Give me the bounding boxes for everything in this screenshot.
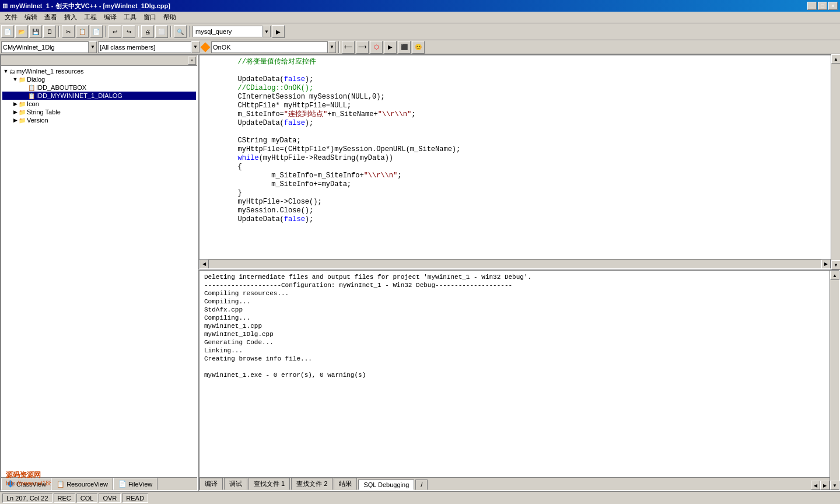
menu-help[interactable]: 帮助 bbox=[160, 12, 180, 23]
tab-debug[interactable]: 调试 bbox=[224, 478, 247, 490]
fileview-icon: 📄 bbox=[118, 480, 127, 488]
smiley-button[interactable]: 😊 bbox=[412, 41, 425, 54]
code-line-12: while(myHttpFile->ReadString(myData)) bbox=[204, 154, 826, 163]
browse-back-button[interactable]: ⟵ bbox=[342, 41, 355, 54]
menu-view[interactable]: 查看 bbox=[41, 12, 61, 23]
search-button[interactable]: 🔍 bbox=[174, 25, 187, 38]
editor-panel: //将变量值传给对应控件 UpdateData(false); //CDialo… bbox=[198, 54, 831, 270]
menu-tools[interactable]: 工具 bbox=[120, 12, 140, 23]
tree-item-icon[interactable]: ▶ 📁 Icon bbox=[2, 100, 196, 108]
status-ovr: OVR bbox=[99, 494, 121, 503]
browse-fwd-button[interactable]: ⟶ bbox=[356, 41, 369, 54]
step-button[interactable]: ⬛ bbox=[398, 41, 411, 54]
member-combo-arrow[interactable]: ▼ bbox=[191, 41, 200, 53]
preview-button[interactable]: ⬜ bbox=[155, 25, 168, 38]
print-button[interactable]: 🖨 bbox=[141, 25, 154, 38]
output-scroll-down[interactable]: ▼ bbox=[830, 481, 839, 490]
expand-root[interactable]: ▼ bbox=[2, 68, 9, 74]
menu-window[interactable]: 窗口 bbox=[140, 12, 160, 23]
tree-item-main-dialog[interactable]: 📋 IDD_MYWININET_1_DIALOG bbox=[2, 92, 196, 100]
code-line-14: m_SiteInfo=m_SiteInfo+"\\r\\n"; bbox=[204, 172, 826, 180]
open-button[interactable]: 📂 bbox=[15, 25, 28, 38]
scroll-down-button[interactable]: ▼ bbox=[831, 260, 840, 270]
mysql-query-arrow[interactable]: ▼ bbox=[262, 26, 271, 37]
menu-project[interactable]: 工程 bbox=[80, 12, 100, 23]
separator1 bbox=[58, 26, 60, 37]
expand-dialog[interactable]: ▼ bbox=[12, 76, 19, 82]
tree-item-dialog[interactable]: ▼ 📁 Dialog bbox=[2, 75, 196, 83]
mysql-query-dropdown[interactable]: mysql_query bbox=[192, 26, 262, 37]
code-line-5: CInternetSession mySession(NULL,0); bbox=[204, 93, 826, 102]
tab-resourceview[interactable]: 📋 ResourceView bbox=[51, 478, 113, 491]
code-line-17: myHttpFile->Close(); bbox=[204, 198, 826, 206]
panel-header: × bbox=[1, 55, 197, 66]
expand-string[interactable]: ▶ bbox=[12, 109, 19, 115]
separator4 bbox=[170, 26, 172, 37]
output-line-10: Linking... bbox=[204, 346, 825, 355]
output-scroll-track bbox=[830, 280, 839, 481]
breakpoint-button[interactable]: ⬡ bbox=[370, 41, 383, 54]
tab-scroll-right[interactable]: ▶ bbox=[820, 481, 830, 490]
function-combo-arrow[interactable]: ▼ bbox=[328, 41, 336, 53]
editor-container: //将变量值传给对应控件 UpdateData(false); //CDialo… bbox=[198, 54, 840, 270]
tab-sql-debug[interactable]: SQL Debugging bbox=[358, 480, 414, 490]
save-button[interactable]: 💾 bbox=[29, 25, 42, 38]
function-combo[interactable]: OnOK bbox=[211, 41, 328, 53]
scroll-left-button[interactable]: ◀ bbox=[200, 260, 209, 269]
class-combo[interactable]: CMyWinInet_1Dlg bbox=[1, 41, 89, 53]
output-line-6: Compiling... bbox=[204, 314, 825, 322]
tree-item-string[interactable]: ▶ 📁 String Table bbox=[2, 108, 196, 116]
tab-build[interactable]: 编译 bbox=[200, 478, 223, 490]
copy-button[interactable]: 📋 bbox=[76, 25, 89, 38]
method-indicator bbox=[201, 42, 211, 52]
member-combo[interactable]: [All class members] bbox=[98, 41, 191, 53]
cut-button[interactable]: ✂ bbox=[62, 25, 75, 38]
tab-fileview[interactable]: 📄 FileView bbox=[113, 478, 158, 490]
code-line-15: m_SiteInfo+=myData; bbox=[204, 180, 826, 189]
save-all-button[interactable]: 🗒 bbox=[43, 25, 56, 38]
close-button[interactable]: × bbox=[828, 2, 838, 10]
undo-button[interactable]: ↩ bbox=[108, 25, 121, 38]
menu-insert[interactable]: 插入 bbox=[61, 12, 80, 23]
editor-scrollbar-x[interactable]: ◀ ▶ bbox=[200, 259, 831, 268]
code-editor[interactable]: //将变量值传给对应控件 UpdateData(false); //CDialo… bbox=[200, 55, 831, 259]
go-button[interactable]: ▶ bbox=[384, 41, 397, 54]
code-line-18: mySession.Close(); bbox=[204, 206, 826, 215]
output-line-12 bbox=[204, 363, 825, 371]
toolbar1: 📄 📂 💾 🗒 ✂ 📋 📄 ↩ ↪ 🖨 ⬜ 🔍 mysql_query ▼ bbox=[0, 23, 840, 40]
tab-find-file2[interactable]: 查找文件 2 bbox=[291, 478, 332, 490]
scroll-track-y bbox=[831, 64, 840, 260]
scroll-up-button[interactable]: ▲ bbox=[831, 54, 840, 64]
tree-item-aboutbox[interactable]: 📋 IDD_ABOUTBOX bbox=[2, 83, 196, 92]
menu-build[interactable]: 编译 bbox=[100, 12, 120, 23]
scroll-right-button[interactable]: ▶ bbox=[821, 260, 831, 269]
minimize-button[interactable]: _ bbox=[807, 2, 817, 10]
tab-slash[interactable]: / bbox=[415, 480, 428, 490]
redo-button[interactable]: ↪ bbox=[123, 25, 135, 38]
output-scroll-up[interactable]: ▲ bbox=[830, 271, 839, 280]
new-file-button[interactable]: 📄 bbox=[1, 25, 14, 38]
restore-button[interactable]: □ bbox=[818, 2, 827, 10]
output-line-3: Compiling resources... bbox=[204, 289, 825, 298]
tree-item-root[interactable]: ▼ 🗂 myWinInet_1 resources bbox=[2, 67, 196, 75]
tab-scroll-left[interactable]: ◀ bbox=[811, 481, 820, 490]
tree-item-version[interactable]: ▶ 📁 Version bbox=[2, 116, 196, 124]
expand-icon[interactable]: ▶ bbox=[12, 101, 19, 107]
menu-edit[interactable]: 编辑 bbox=[21, 12, 41, 23]
output-line-9: Generating Code... bbox=[204, 338, 825, 346]
tab-find-file1[interactable]: 查找文件 1 bbox=[249, 478, 290, 490]
class-combo-arrow[interactable]: ▼ bbox=[89, 41, 97, 53]
code-line-13: { bbox=[204, 163, 826, 172]
paste-button[interactable]: 📄 bbox=[90, 25, 103, 38]
run-button[interactable]: ▶ bbox=[272, 25, 285, 38]
title-bar-text: myWinInet_1 - 创天中文VC++ - [myWinInet_1Dlg… bbox=[10, 2, 807, 10]
panel-close-button[interactable]: × bbox=[188, 57, 196, 65]
separator5 bbox=[189, 26, 190, 37]
expand-version[interactable]: ▶ bbox=[12, 117, 19, 123]
output-line-11: Creating browse info file... bbox=[204, 355, 825, 363]
menu-file[interactable]: 文件 bbox=[1, 12, 21, 23]
code-line-1: //将变量值传给对应控件 bbox=[204, 58, 826, 66]
tab-results[interactable]: 结果 bbox=[334, 478, 357, 490]
dialog-icon-main: 📋 bbox=[28, 93, 35, 99]
output-scrollbar-y: ▲ ▼ bbox=[830, 271, 839, 490]
